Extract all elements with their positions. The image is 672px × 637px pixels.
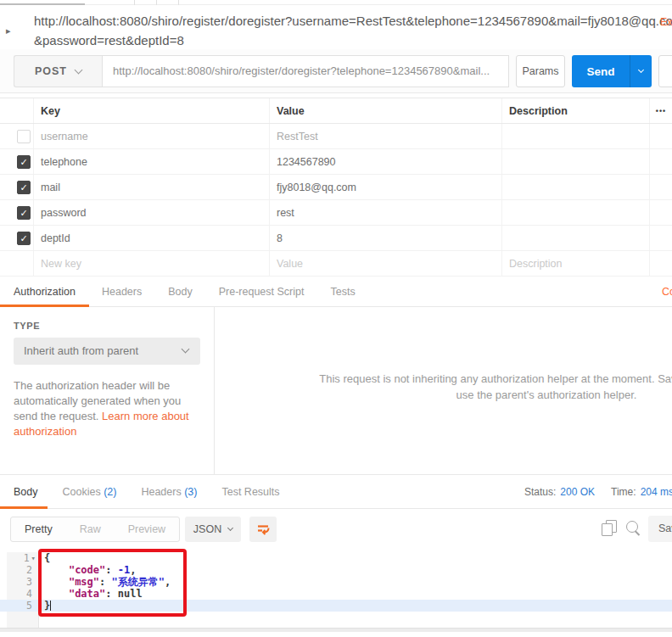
line-number[interactable]: 5	[7, 600, 39, 612]
view-mode-pretty[interactable]: Pretty	[11, 517, 66, 541]
beautify-button[interactable]	[249, 517, 277, 542]
language-value: JSON	[193, 523, 221, 535]
response-meta: Status: 200 OK Time: 204 ms	[524, 475, 672, 509]
code-text: "msg": "系统异常",	[39, 576, 672, 588]
examples-link[interactable]: Examples	[660, 16, 672, 28]
param-description[interactable]	[502, 200, 650, 225]
table-row: deptId 8	[0, 226, 672, 251]
table-row: password rest	[0, 200, 672, 226]
save-button[interactable]: Save	[658, 55, 672, 87]
table-row: mail fjy8018@qq.com	[0, 175, 672, 200]
new-param-row: New key Value Description	[0, 251, 672, 277]
headers-label: Headers	[141, 486, 181, 498]
more-options-icon[interactable]: •••	[650, 98, 672, 123]
param-description[interactable]	[502, 149, 650, 174]
bottom-scrollbar-strip[interactable]	[0, 628, 672, 632]
auth-type-value: Inherit auth from parent	[24, 344, 138, 357]
request-url-line1: http://localhost:8080/shiro/register/dor…	[34, 11, 672, 31]
param-description[interactable]	[502, 175, 650, 199]
gutter-filler	[7, 612, 39, 628]
send-button-label: Send	[572, 55, 630, 87]
row-checkbox[interactable]	[17, 130, 31, 143]
column-header-description: Description	[502, 98, 650, 123]
search-icon[interactable]	[625, 520, 641, 537]
tab-pre-request-script[interactable]: Pre-request Script	[219, 286, 305, 298]
send-options-caret[interactable]	[630, 55, 652, 87]
row-checkbox[interactable]	[17, 155, 31, 169]
table-row: telephone 1234567890	[0, 149, 672, 175]
param-description[interactable]	[502, 124, 650, 148]
param-key[interactable]: mail	[34, 175, 270, 199]
line-number[interactable]: 4	[7, 588, 39, 600]
param-key[interactable]: username	[34, 124, 270, 148]
row-checkbox[interactable]	[17, 232, 31, 245]
status-label: Status:	[524, 486, 556, 498]
language-select[interactable]: JSON	[185, 517, 241, 542]
new-description-input[interactable]: Description	[502, 251, 650, 276]
view-mode-preview[interactable]: Preview	[115, 517, 179, 541]
row-checkbox[interactable]	[17, 181, 31, 194]
tab-headers[interactable]: Headers	[102, 286, 142, 298]
code-lines: 1▾{2 "code": -1,3 "msg": "系统异常",4 "data"…	[0, 547, 672, 612]
param-value[interactable]: fjy8018@qq.com	[270, 175, 502, 199]
table-row: username RestTest	[0, 124, 672, 149]
view-mode-raw[interactable]: Raw	[66, 517, 115, 541]
param-value[interactable]: 8	[270, 226, 502, 250]
send-button[interactable]: Send	[572, 55, 652, 87]
authorization-panel: TYPE Inherit auth from parent The author…	[0, 307, 672, 475]
code-line: 1▾{	[0, 552, 672, 564]
chevron-down-icon	[182, 345, 190, 354]
tab-body[interactable]: Body	[168, 286, 193, 298]
params-table: Key Value Description ••• username RestT…	[0, 93, 672, 277]
beautify-icon	[256, 522, 271, 536]
auth-type-select[interactable]: Inherit auth from parent	[14, 338, 200, 365]
param-key[interactable]: password	[34, 200, 270, 225]
param-description[interactable]	[502, 226, 650, 250]
code-line: 4 "data": null	[0, 588, 672, 600]
auth-type-label: TYPE	[14, 321, 40, 331]
row-checkbox[interactable]	[17, 206, 31, 220]
line-number[interactable]: 3	[7, 576, 39, 588]
response-body-editor[interactable]: 1▾{2 "code": -1,3 "msg": "系统异常",4 "data"…	[0, 547, 672, 628]
status-value: 200 OK	[560, 486, 595, 498]
params-table-header: Key Value Description •••	[0, 98, 672, 124]
method-select[interactable]: POST	[14, 55, 102, 87]
param-value[interactable]: rest	[270, 200, 502, 225]
response-tab-test-results[interactable]: Test Results	[221, 486, 279, 498]
chevron-down-icon	[227, 524, 233, 530]
new-key-input[interactable]: New key	[34, 251, 270, 276]
header-checkbox-cell	[0, 98, 34, 123]
new-value-input[interactable]: Value	[270, 251, 502, 276]
tab-tests[interactable]: Tests	[330, 286, 355, 298]
inherit-auth-note-line2: use the parent's authorization helper.	[214, 388, 672, 404]
line-number[interactable]: 2	[7, 564, 39, 576]
save-response-button[interactable]: Save Response	[648, 516, 672, 542]
response-toolbar: Pretty Raw Preview JSON Save Response	[0, 509, 672, 547]
code-line: 2 "code": -1,	[0, 564, 672, 576]
response-tab-body[interactable]: Body	[14, 486, 38, 498]
column-header-key: Key	[34, 98, 270, 123]
code-line: 3 "msg": "系统异常",	[0, 576, 672, 588]
param-value[interactable]: RestTest	[270, 124, 502, 148]
url-input[interactable]: http://localhost:8080/shiro/register/dor…	[102, 55, 509, 87]
param-value[interactable]: 1234567890	[270, 149, 502, 174]
time-label: Time:	[611, 486, 636, 498]
tab-authorization[interactable]: Authorization	[14, 286, 76, 298]
disclosure-triangle-icon[interactable]: ▸	[6, 25, 11, 36]
param-key[interactable]: telephone	[34, 149, 270, 174]
response-tab-headers[interactable]: Headers (3)	[141, 486, 197, 498]
params-button[interactable]: Params	[516, 55, 565, 87]
cookies-link[interactable]: Cookies	[662, 286, 672, 298]
code-text: "code": -1,	[39, 564, 672, 576]
cookies-label: Cookies	[63, 486, 101, 498]
response-tab-cookies[interactable]: Cookies (2)	[63, 486, 117, 498]
code-text: }	[39, 600, 672, 612]
auth-help-text: The authorization header will be automat…	[14, 378, 204, 439]
param-key[interactable]: deptId	[34, 226, 270, 250]
line-number[interactable]: 1▾	[7, 552, 39, 564]
request-title: ▸ http://localhost:8080/shiro/register/d…	[0, 5, 672, 49]
chevron-down-icon	[638, 66, 644, 72]
copy-icon[interactable]	[602, 520, 617, 537]
postman-request-page: { "colors": { "accent_orange": "#ff6c37"…	[0, 0, 672, 637]
fold-caret-icon[interactable]: ▾	[31, 552, 36, 564]
